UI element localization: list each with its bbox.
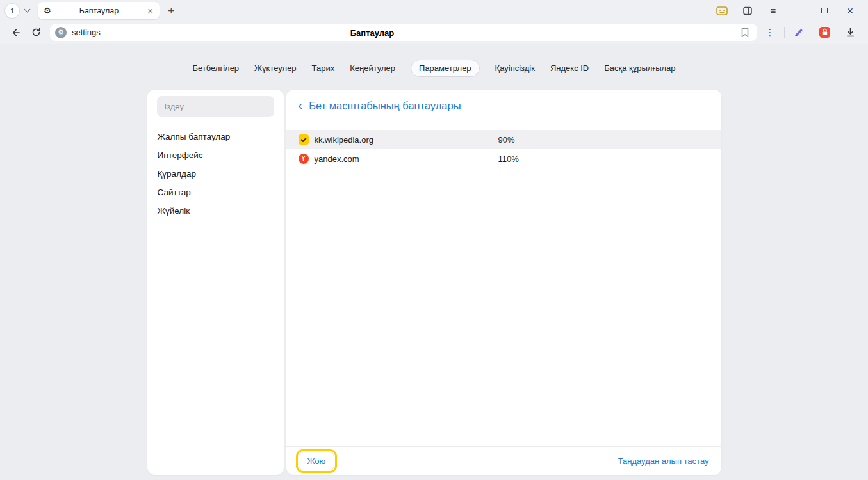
sidebar-item-tools[interactable]: Құралдар	[147, 164, 284, 183]
dots-glyph: ⋮	[766, 28, 775, 37]
window-close-button[interactable]: ×	[837, 0, 863, 21]
browser-menu-hamburger-icon[interactable]: ≡	[760, 0, 786, 21]
url-field[interactable]: ⚙ settings Баптаулар	[50, 24, 757, 41]
nav-tab-other-devices[interactable]: Басқа құрылғылар	[604, 60, 675, 76]
bookmark-flag-icon[interactable]	[741, 28, 749, 38]
panel-footer: Жою Таңдаудан алып тастау	[286, 446, 721, 475]
row-checkbox-checked-icon[interactable]	[299, 134, 309, 145]
window-maximize-button[interactable]	[812, 0, 837, 21]
tab-close-icon[interactable]: ×	[147, 6, 154, 15]
zoom-value: 90%	[498, 135, 515, 145]
toolbar-divider	[784, 27, 785, 38]
sidebar-item-sites[interactable]: Сайттар	[147, 183, 284, 202]
reload-button[interactable]	[26, 21, 46, 44]
settings-page: Бетбелгілер Жүктеулер Тарих Кеңейтулер П…	[0, 44, 868, 480]
sidebar-items: Жалпы баптаулар Интерфейс Құралдар Сайтт…	[147, 127, 284, 220]
site-label: kk.wikipedia.org	[315, 135, 374, 145]
omnibox-page-title: Баптаулар	[350, 28, 395, 37]
zoom-settings-panel: ‹ Бет масштабының баптаулары kk.wikipedi…	[286, 90, 721, 475]
site-settings-badge-icon[interactable]: ⚙	[55, 27, 67, 38]
window-minimize-button[interactable]: –	[786, 0, 812, 21]
downloads-icon[interactable]	[837, 21, 863, 44]
nav-tab-security[interactable]: Қауіпсіздік	[495, 60, 535, 76]
nav-tab-settings[interactable]: Параметрлер	[411, 60, 480, 77]
zoom-row-yandex[interactable]: Y yandex.com 110%	[286, 149, 721, 168]
tab-strip: 1 ⚙ Баптаулар × + ≡ – ×	[0, 0, 868, 21]
gear-favicon-icon: ⚙	[44, 6, 51, 15]
panel-title: Бет масштабының баптаулары	[309, 100, 461, 112]
back-chevron-icon[interactable]: ‹	[299, 99, 303, 111]
tab-title: Баптаулар	[51, 6, 147, 15]
close-glyph: ×	[847, 5, 854, 17]
row-site-cell: Y yandex.com	[299, 154, 498, 164]
nav-tab-history[interactable]: Тарих	[312, 60, 335, 76]
new-tab-button[interactable]: +	[168, 5, 175, 17]
panel-header: ‹ Бет масштабының баптаулары	[286, 90, 721, 122]
side-panel-icon[interactable]	[735, 0, 760, 21]
deselect-all-link[interactable]: Таңдаудан алып тастау	[618, 456, 709, 466]
yandex-favicon-icon[interactable]: Y	[299, 154, 309, 164]
zoom-value: 110%	[498, 154, 519, 164]
tab-list-chevron-down-icon[interactable]	[24, 6, 31, 13]
zoom-row-kk-wikipedia[interactable]: kk.wikipedia.org 90%	[286, 130, 721, 149]
nav-tab-yandex-id[interactable]: Яндекс ID	[550, 60, 589, 76]
url-text: settings	[72, 28, 101, 37]
sidebar-item-general[interactable]: Жалпы баптаулар	[147, 127, 284, 146]
delete-button[interactable]: Жою	[299, 452, 335, 470]
row-site-cell: kk.wikipedia.org	[299, 134, 498, 145]
tab-counter-badge[interactable]: 1	[5, 4, 19, 18]
omnibox-more-dots-icon[interactable]: ⋮	[757, 21, 783, 44]
sidebar-item-system[interactable]: Жүйелік	[147, 202, 284, 220]
back-button[interactable]	[5, 21, 26, 44]
sidebar-item-interface[interactable]: Интерфейс	[147, 146, 284, 164]
tabbar-right-controls: ≡ – ×	[709, 0, 863, 21]
promo-smiley-icon[interactable]	[709, 0, 735, 21]
settings-top-nav: Бетбелгілер Жүктеулер Тарих Кеңейтулер П…	[0, 59, 868, 77]
settings-sidebar: Жалпы баптаулар Интерфейс Құралдар Сайтт…	[147, 90, 284, 475]
active-tab[interactable]: ⚙ Баптаулар ×	[38, 2, 160, 19]
nav-tab-bookmarks[interactable]: Бетбелгілер	[192, 60, 239, 76]
settings-layout: Жалпы баптаулар Интерфейс Құралдар Сайтт…	[0, 90, 868, 475]
sidebar-search-input[interactable]	[157, 96, 274, 117]
zoom-rows-list: kk.wikipedia.org 90% Y yandex.com 110%	[286, 130, 721, 168]
protect-shield-icon[interactable]	[812, 21, 837, 44]
hamburger-glyph: ≡	[771, 6, 776, 15]
nav-tab-extensions[interactable]: Кеңейтулер	[350, 60, 395, 76]
address-bar: ⚙ settings Баптаулар ⋮	[0, 21, 868, 44]
maximize-glyph	[821, 8, 828, 13]
nav-tab-downloads[interactable]: Жүктеулер	[254, 60, 297, 76]
minimize-glyph: –	[796, 6, 801, 15]
notes-pen-icon[interactable]	[786, 21, 812, 44]
site-label: yandex.com	[315, 154, 359, 164]
